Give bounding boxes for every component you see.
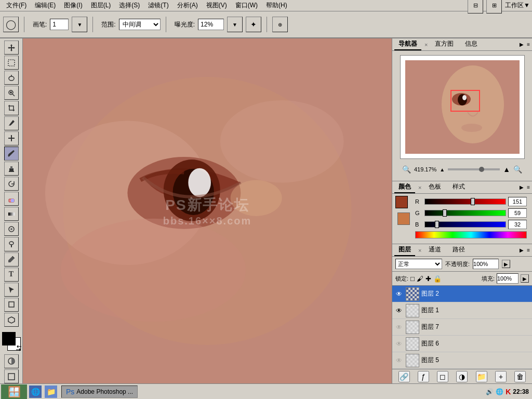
tool-type[interactable]: T: [4, 268, 19, 282]
taskbar-icon-folder[interactable]: 📁: [45, 385, 57, 398]
b-slider[interactable]: [424, 221, 506, 228]
tab-layers[interactable]: 图层: [394, 244, 415, 256]
tool-lasso[interactable]: [4, 71, 19, 85]
layer-mask-btn[interactable]: ◻: [437, 371, 448, 382]
canvas-area[interactable]: PS新手论坛 bbs.16××8.com: [23, 38, 392, 383]
tool-eyedropper[interactable]: [4, 116, 19, 130]
tool-dodge-burn[interactable]: [4, 237, 19, 251]
tool-history-brush[interactable]: [4, 177, 19, 191]
zoom-slider-thumb[interactable]: [479, 167, 484, 172]
layer-row-5[interactable]: 👁 图层 5: [392, 352, 532, 369]
protect-tones-btn[interactable]: ⊕: [272, 17, 288, 32]
tab-channels[interactable]: 通道: [424, 244, 445, 256]
zoom-out-btn[interactable]: 🔍: [402, 165, 411, 174]
panel-menu-btn[interactable]: ≡: [527, 42, 530, 47]
r-thumb[interactable]: [471, 198, 475, 205]
tool-crop[interactable]: [4, 101, 19, 115]
blend-mode-select[interactable]: 正常: [395, 259, 442, 269]
layer-link-btn[interactable]: 🔗: [398, 371, 410, 382]
exposure-slider-btn[interactable]: ▼: [227, 17, 243, 32]
menu-filter[interactable]: 滤镜(T): [144, 0, 172, 11]
exposure-input[interactable]: [198, 19, 224, 30]
layer-row-7[interactable]: 👁 图层 7: [392, 319, 532, 336]
quick-mask-btn[interactable]: [4, 354, 19, 368]
tool-quick-select[interactable]: [4, 86, 19, 100]
tab-styles[interactable]: 样式: [448, 181, 469, 193]
menu-image[interactable]: 图像(I): [60, 0, 86, 11]
tool-brush[interactable]: [4, 147, 19, 161]
swap-colors-icon[interactable]: [16, 345, 22, 351]
workspace-label[interactable]: 工作区▼: [505, 1, 530, 10]
tool-3d[interactable]: [4, 313, 19, 327]
delete-layer-btn[interactable]: 🗑: [514, 371, 526, 382]
colors-panel-menu[interactable]: ≡: [527, 184, 530, 190]
tab-histogram[interactable]: 直方图: [431, 38, 458, 50]
menu-help[interactable]: 帮助(H): [262, 0, 291, 11]
tab-swatches[interactable]: 色板: [424, 181, 445, 193]
menu-layer[interactable]: 图层(L): [87, 0, 115, 11]
g-thumb[interactable]: [443, 209, 447, 217]
opacity-input[interactable]: [473, 259, 499, 269]
zoom-slider-track[interactable]: [448, 168, 500, 170]
lock-transparency-icon[interactable]: □: [410, 275, 415, 283]
lock-image-icon[interactable]: 🖌: [417, 275, 423, 283]
mini-bridge-btn[interactable]: ⊟: [468, 0, 483, 14]
g-value[interactable]: 59: [508, 208, 527, 218]
menu-edit[interactable]: 编辑(E): [31, 0, 60, 11]
dodge-tool-icon[interactable]: ◯: [3, 17, 19, 32]
brush-preset-btn[interactable]: ▼: [72, 17, 87, 32]
tool-eraser[interactable]: [4, 192, 19, 206]
r-value[interactable]: 151: [508, 197, 527, 206]
tool-pen[interactable]: [4, 252, 19, 267]
colors-panel-close[interactable]: ▶: [520, 184, 524, 190]
layer-style-btn[interactable]: ƒ: [418, 371, 429, 382]
tool-healing[interactable]: [4, 131, 19, 145]
menu-file[interactable]: 文件(F): [2, 0, 31, 11]
g-slider[interactable]: [424, 210, 506, 216]
tab-paths[interactable]: 路径: [448, 244, 469, 256]
screen-mode-btn-left[interactable]: [4, 369, 19, 383]
bg-color-swatch[interactable]: [397, 212, 410, 225]
lock-all-icon[interactable]: 🔒: [433, 275, 442, 283]
layer-1-visibility[interactable]: 👁: [394, 306, 404, 315]
fg-color-swatch[interactable]: [395, 196, 408, 208]
layers-panel-menu[interactable]: ≡: [527, 247, 530, 253]
b-thumb[interactable]: [435, 221, 439, 228]
new-adjustment-layer-btn[interactable]: ◑: [456, 371, 468, 382]
tab-info[interactable]: 信息: [461, 38, 482, 50]
layer-row-6[interactable]: 👁 图层 6: [392, 336, 532, 352]
menu-view[interactable]: 视图(V): [202, 0, 231, 11]
tool-blur[interactable]: [4, 222, 19, 236]
screen-mode-btn[interactable]: ⊞: [486, 0, 502, 14]
menu-select[interactable]: 选择(S): [115, 0, 144, 11]
airbrush-btn[interactable]: ✦: [246, 17, 261, 32]
menu-window[interactable]: 窗口(W): [231, 0, 262, 11]
tool-shape[interactable]: [4, 298, 19, 312]
tool-stamp[interactable]: [4, 162, 19, 176]
menu-analyze[interactable]: 分析(A): [173, 0, 202, 11]
layer-2-visibility[interactable]: 👁: [394, 289, 404, 299]
lock-position-icon[interactable]: ✚: [425, 275, 431, 283]
zoom-in-btn[interactable]: 🔍: [513, 165, 522, 174]
new-layer-btn[interactable]: +: [495, 371, 507, 382]
layer-row-2[interactable]: 👁 图层 2: [392, 286, 532, 302]
opacity-arrow-btn[interactable]: ▶: [502, 260, 510, 268]
foreground-color-swatch[interactable]: [2, 332, 16, 345]
layer-row-1[interactable]: 👁 图层 1: [392, 302, 532, 319]
tool-marquee[interactable]: [4, 56, 19, 70]
color-spectrum-bar[interactable]: [415, 231, 527, 238]
b-value[interactable]: 32: [508, 220, 527, 229]
tab-navigator[interactable]: 导航器: [394, 38, 421, 50]
layer-7-visibility[interactable]: 👁: [394, 323, 404, 332]
layers-panel-close[interactable]: ▶: [520, 247, 524, 253]
taskbar-photoshop-item[interactable]: Ps Adobe Photoshop ...: [61, 385, 138, 398]
layer-6-visibility[interactable]: 👁: [394, 339, 404, 349]
r-slider[interactable]: [424, 198, 506, 205]
fill-input[interactable]: [497, 273, 518, 284]
brush-size-input[interactable]: [50, 19, 69, 30]
fill-arrow-btn[interactable]: ▶: [521, 274, 529, 283]
range-select[interactable]: 中间调: [119, 19, 161, 30]
tool-path-select[interactable]: [4, 283, 19, 297]
tool-move[interactable]: [4, 41, 19, 55]
tab-color[interactable]: 颜色: [394, 181, 415, 193]
